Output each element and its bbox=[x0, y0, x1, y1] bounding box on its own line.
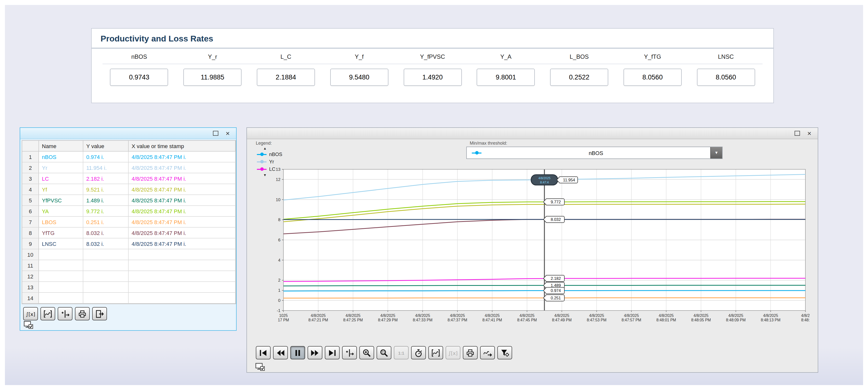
value-field-Y_fTG[interactable]: 8.0560 bbox=[623, 68, 682, 86]
table-row[interactable]: 3LC2.182 i.4/8/2025 8:47:47 PM i. bbox=[22, 173, 236, 184]
maximize-button[interactable] bbox=[212, 129, 219, 137]
chart-window-titlebar[interactable]: × bbox=[247, 128, 818, 139]
svg-text:8:47:57 PM: 8:47:57 PM bbox=[622, 318, 641, 322]
previous-record-button[interactable] bbox=[273, 346, 288, 359]
monitor-check-icon bbox=[255, 363, 265, 371]
value-field-L_BOS[interactable]: 0.2522 bbox=[550, 68, 608, 86]
svg-text:8:48:05 PM: 8:48:05 PM bbox=[691, 318, 711, 322]
series-marker-icon bbox=[257, 160, 267, 164]
svg-text:12: 12 bbox=[276, 177, 280, 182]
table-window-titlebar[interactable]: × bbox=[20, 128, 236, 139]
last-record-button[interactable] bbox=[325, 346, 340, 359]
ruler-button[interactable] bbox=[58, 307, 72, 321]
minmax-threshold-select[interactable]: nBOS ▼ bbox=[466, 147, 722, 159]
value-field-Y_f[interactable]: 9.5480 bbox=[330, 68, 388, 86]
table-row[interactable]: 12 bbox=[22, 271, 236, 282]
statistics-button: ∫[x] bbox=[445, 346, 460, 359]
table-row[interactable]: 2Yr11.954 i.4/8/2025 8:47:47 PM i. bbox=[22, 162, 236, 173]
table-toolbar: ∫[x] bbox=[23, 307, 107, 321]
export-curve-icon bbox=[483, 348, 492, 358]
ruler-icon bbox=[345, 348, 354, 358]
print-button[interactable] bbox=[463, 346, 477, 359]
value-field-nBOS[interactable]: 0.9743 bbox=[110, 68, 168, 86]
select-trends-button[interactable] bbox=[428, 346, 443, 359]
legend-item-nBOS[interactable]: nBOS bbox=[257, 150, 282, 158]
field-cell: 2.1884 bbox=[249, 68, 322, 86]
pause-button[interactable] bbox=[290, 346, 305, 359]
row-number: 14 bbox=[22, 293, 39, 304]
table-row[interactable]: 8YfTG8.032 i.4/8/2025 8:47:47 PM i. bbox=[22, 228, 236, 239]
legend-item-label: Yr bbox=[269, 159, 274, 164]
field-label-LNSC: LNSC bbox=[689, 53, 763, 60]
row-y-value: 1.489 i. bbox=[83, 195, 129, 206]
value-field-L_C[interactable]: 2.1884 bbox=[257, 68, 315, 86]
export-icon bbox=[95, 309, 104, 318]
time-range-button[interactable] bbox=[411, 346, 426, 359]
print-button[interactable] bbox=[75, 307, 90, 321]
export-trend-button[interactable] bbox=[480, 346, 495, 359]
row-timestamp bbox=[129, 293, 236, 304]
svg-text:8:47:33 PM: 8:47:33 PM bbox=[413, 318, 433, 322]
table-row[interactable]: 4Yf9.521 i.4/8/2025 8:47:47 PM i. bbox=[22, 184, 236, 195]
field-label-Y_fPVSC: Y_fPVSC bbox=[396, 53, 469, 60]
legend-scroll-up-icon[interactable]: ▲ bbox=[263, 146, 282, 150]
export-data-button[interactable] bbox=[92, 307, 107, 321]
table-row[interactable]: 13 bbox=[22, 282, 236, 293]
svg-text:∫[x]: ∫[x] bbox=[448, 350, 458, 356]
field-label-Y_A: Y_A bbox=[469, 53, 543, 60]
row-name bbox=[39, 282, 83, 293]
row-name: Yr bbox=[39, 162, 83, 173]
table-row[interactable]: 9LNSC8.032 i.4/8/2025 8:47:47 PM i. bbox=[22, 239, 236, 249]
table-row[interactable]: 11 bbox=[22, 260, 236, 271]
table-header-row: NameY valueX value or time stamp bbox=[22, 141, 236, 151]
legend-item-Yr[interactable]: Yr bbox=[257, 158, 282, 165]
trend-plot[interactable]: 131210864210-1102517 PM4/8/20258:47:21 P… bbox=[262, 165, 811, 328]
first-record-button[interactable] bbox=[256, 346, 271, 359]
filter-button[interactable] bbox=[497, 346, 512, 359]
value-field-LNSC[interactable]: 8.0560 bbox=[697, 68, 755, 86]
trend-view-button[interactable] bbox=[40, 307, 55, 321]
svg-text:4/8/2025: 4/8/2025 bbox=[345, 313, 361, 318]
row-timestamp: 4/8/2025 8:47:47 PM i. bbox=[129, 239, 236, 249]
next-record-button[interactable] bbox=[308, 346, 322, 359]
row-name bbox=[39, 271, 83, 282]
svg-text:2: 2 bbox=[278, 278, 280, 283]
column-header: X value or time stamp bbox=[129, 141, 236, 151]
ruler-button[interactable] bbox=[342, 346, 357, 359]
legend-item-label: nBOS bbox=[269, 151, 282, 157]
svg-text:8:48:: 8:48: bbox=[801, 318, 810, 322]
productivity-panel: Productivity and Loss Rates nBOSY_rL_CY_… bbox=[91, 28, 774, 103]
original-view-button: 1:1 bbox=[394, 346, 409, 359]
svg-text:8:47:25 PM: 8:47:25 PM bbox=[343, 318, 363, 322]
row-y-value: 11.954 i. bbox=[83, 162, 129, 173]
close-button[interactable]: × bbox=[224, 129, 232, 137]
table-row[interactable]: 6YA9.772 i.4/8/2025 8:47:47 PM i. bbox=[22, 206, 236, 217]
field-label-nBOS: nBOS bbox=[102, 53, 176, 60]
row-number: 2 bbox=[22, 162, 39, 173]
value-field-Y_fPVSC[interactable]: 1.4920 bbox=[403, 68, 462, 86]
row-name: nBOS bbox=[39, 151, 83, 162]
field-values-row: 0.974311.98852.18849.54801.49209.80010.2… bbox=[92, 64, 773, 86]
close-button[interactable]: × bbox=[805, 129, 813, 137]
zoom-area-button[interactable] bbox=[377, 346, 391, 359]
table-row[interactable]: 1nBOS0.974 i.4/8/2025 8:47:47 PM i. bbox=[22, 151, 236, 162]
table-row[interactable]: 5YfPVSC1.489 i.4/8/2025 8:47:47 PM i. bbox=[22, 195, 236, 206]
zoom-in-button[interactable] bbox=[359, 346, 374, 359]
table-row[interactable]: 14 bbox=[22, 293, 236, 304]
maximize-button[interactable] bbox=[793, 129, 801, 137]
value-field-Y_r[interactable]: 11.9885 bbox=[183, 68, 242, 86]
field-cell: 11.9885 bbox=[176, 68, 249, 86]
print-icon bbox=[78, 309, 87, 318]
row-timestamp: 4/8/2025 8:47:47 PM i. bbox=[129, 228, 236, 239]
table-row[interactable]: 7LBOS0.251 i.4/8/2025 8:47:47 PM i. bbox=[22, 217, 236, 228]
value-field-Y_A[interactable]: 9.8001 bbox=[477, 68, 535, 86]
svg-text:8:47:21 PM: 8:47:21 PM bbox=[308, 318, 328, 322]
field-label-L_BOS: L_BOS bbox=[542, 53, 616, 60]
svg-text:8:48:01 PM: 8:48:01 PM bbox=[656, 318, 676, 322]
statistics-area-button[interactable]: ∫[x] bbox=[23, 307, 38, 321]
svg-text:4/8/2: 4/8/2 bbox=[801, 313, 810, 318]
dropdown-arrow-button[interactable]: ▼ bbox=[710, 147, 722, 159]
rewind-icon bbox=[276, 348, 285, 358]
table-row[interactable]: 10 bbox=[22, 249, 236, 260]
row-name: YA bbox=[39, 206, 83, 217]
